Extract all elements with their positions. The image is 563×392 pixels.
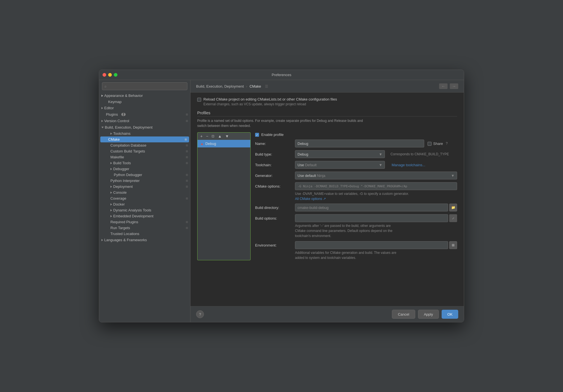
sidebar-item-console[interactable]: Console: [99, 190, 190, 195]
share-label: Share: [433, 142, 443, 146]
sidebar-item-makefile[interactable]: Makefile ⊞: [99, 154, 190, 160]
nav-back-button[interactable]: ←: [439, 83, 448, 89]
cmake-options-input[interactable]: -G Ninja -DCMAKE_BUILD_TYPE=Debug "-DCMA…: [295, 182, 457, 190]
sidebar-label-toolchains: Toolchains: [113, 131, 130, 136]
expand-arrow-icon: [101, 239, 103, 241]
expand-arrow-icon: [110, 192, 112, 194]
sidebar-item-docker[interactable]: Docker: [99, 201, 190, 207]
reload-checkbox[interactable]: [197, 98, 201, 102]
move-up-button[interactable]: ▲: [217, 134, 223, 139]
sidebar-item-debugger[interactable]: Debugger: [99, 166, 190, 172]
profile-list-panel: + − ⊡ ▲ ▼ ▲ Debug: [197, 132, 251, 260]
build-options-section: Build options: ⤢ Arguments after '--' ar…: [255, 214, 457, 238]
breadcrumb: Build, Execution, Deployment › CMake ☰: [196, 84, 268, 88]
minimize-button[interactable]: [108, 73, 112, 77]
reload-sub-label: External changes, such as VCS update, al…: [203, 102, 337, 106]
sidebar-item-toolchains[interactable]: Toolchains: [99, 131, 190, 136]
sidebar-label-docker: Docker: [113, 202, 125, 206]
sidebar-item-coverage[interactable]: Coverage ⊞: [99, 195, 190, 201]
panel-nav: ← →: [439, 83, 458, 89]
sidebar-item-languages-frameworks[interactable]: Languages & Frameworks: [99, 237, 190, 243]
search-box[interactable]: ⌕: [102, 82, 187, 90]
name-label: Name:: [255, 142, 292, 146]
build-dir-input[interactable]: cmake-build-debug: [295, 204, 448, 211]
sidebar-item-custom-build-targets[interactable]: Custom Build Targets ⊞: [99, 148, 190, 154]
expand-arrow-icon: [101, 107, 103, 109]
main-panel: Build, Execution, Deployment › CMake ☰ ←…: [190, 80, 464, 322]
sidebar-item-appearance-behavior[interactable]: Appearance & Behavior: [99, 92, 190, 99]
preferences-window: Preferences ⌕ Appearance & Behavior Keym…: [99, 70, 464, 322]
move-down-button[interactable]: ▼: [224, 134, 230, 139]
sidebar-item-cmake[interactable]: CMake ⊞: [100, 136, 189, 142]
name-input[interactable]: Debug: [295, 140, 424, 147]
ok-button[interactable]: OK: [442, 310, 458, 319]
profile-list-body: ▲ Debug: [197, 140, 251, 260]
cmake-options-link[interactable]: All CMake options ↗: [295, 197, 457, 201]
build-options-row: Build options: ⤢: [255, 214, 457, 222]
maximize-button[interactable]: [114, 73, 117, 77]
sidebar-item-editor[interactable]: Editor: [99, 105, 190, 111]
manage-toolchains-link[interactable]: Manage toolchains...: [392, 163, 425, 167]
remove-profile-button[interactable]: −: [205, 134, 209, 139]
add-profile-button[interactable]: +: [199, 134, 204, 139]
browse-dir-button[interactable]: 📁: [449, 204, 457, 211]
profile-item-debug[interactable]: ▲ Debug: [197, 140, 250, 147]
share-checkbox[interactable]: [428, 142, 432, 146]
cancel-button[interactable]: Cancel: [392, 310, 415, 319]
environment-label: Environment:: [255, 243, 292, 247]
apply-button[interactable]: Apply: [418, 310, 439, 319]
toolchain-dropdown[interactable]: Use Default ▼: [295, 161, 385, 169]
breadcrumb-separator: ›: [246, 84, 247, 88]
generator-dropdown[interactable]: Use default Ninja ▼: [295, 172, 457, 179]
copy-profile-button[interactable]: ⊡: [210, 134, 215, 138]
profiles-section-title: Profiles: [197, 111, 457, 117]
deployment-icon: ⊞: [186, 185, 188, 188]
sidebar-item-python-debugger[interactable]: Python Debugger ⊞: [99, 172, 190, 178]
environment-input[interactable]: [295, 241, 448, 249]
sidebar-item-run-targets[interactable]: Run Targets ⊞: [99, 225, 190, 231]
cmake-options-section: CMake options: -G Ninja -DCMAKE_BUILD_TY…: [255, 182, 457, 201]
dropdown-arrow-icon: ▼: [451, 174, 455, 178]
search-icon: ⌕: [105, 84, 106, 88]
reload-main-label: Reload CMake project on editing CMakeLis…: [203, 97, 337, 101]
enable-profile-checkbox[interactable]: [255, 133, 259, 137]
generator-row: Generator: Use default Ninja ▼: [255, 172, 457, 179]
toolchain-label: Toolchain:: [255, 163, 292, 167]
enable-profile-row: Enable profile: [255, 132, 457, 137]
close-button[interactable]: [103, 73, 106, 77]
help-button[interactable]: ?: [196, 310, 204, 318]
dropdown-arrow-icon: ▼: [379, 152, 382, 156]
sidebar-item-required-plugins[interactable]: Required Plugins ⊞: [99, 219, 190, 225]
sidebar-item-plugins[interactable]: Plugins 2 ⊞: [99, 111, 190, 118]
sidebar-label-compilation-database: Compilation Database: [110, 143, 146, 147]
generator-placeholder-text: Ninja: [317, 174, 325, 178]
sidebar-item-build-tools[interactable]: Build Tools ⊞: [99, 160, 190, 166]
sidebar-item-compilation-database[interactable]: Compilation Database ⊞: [99, 142, 190, 148]
build-type-dropdown[interactable]: Debug ▼: [295, 150, 385, 158]
environment-edit-button[interactable]: ⊞: [449, 241, 457, 249]
sidebar-label-makefile: Makefile: [110, 155, 124, 159]
sidebar-item-python-interpreter[interactable]: Python Interpreter ⊞: [99, 178, 190, 184]
sidebar-item-version-control[interactable]: Version Control ⊞: [99, 118, 190, 124]
nav-forward-button[interactable]: →: [450, 83, 458, 89]
required-plugins-icon: ⊞: [186, 220, 188, 224]
build-options-input[interactable]: [295, 214, 448, 222]
sidebar-item-deployment[interactable]: Deployment ⊞: [99, 184, 190, 190]
sidebar-item-build-execution-deployment[interactable]: Build, Execution, Deployment: [99, 124, 190, 131]
sidebar-label-build-execution: Build, Execution, Deployment: [105, 125, 153, 129]
folder-icon: 📁: [451, 206, 455, 209]
environment-row: Environment: ⊞: [255, 241, 457, 249]
dropdown-arrow-icon: ▼: [379, 163, 382, 167]
sidebar-label-python-debugger: Python Debugger: [114, 173, 142, 177]
sidebar-item-keymap[interactable]: Keymap: [99, 99, 190, 105]
sidebar-item-dynamic-analysis[interactable]: Dynamic Analysis Tools: [99, 207, 190, 213]
sidebar-item-trusted-locations[interactable]: Trusted Locations: [99, 231, 190, 237]
search-input[interactable]: [108, 84, 185, 88]
expand-arrow-icon: [101, 95, 103, 97]
panel-menu-icon[interactable]: ☰: [265, 84, 268, 88]
expand-arrow-icon: [110, 186, 112, 188]
sidebar-item-embedded-development[interactable]: Embedded Development: [99, 213, 190, 219]
generator-label: Generator:: [255, 174, 292, 178]
build-type-row: Build type: Debug ▼ Corresponds to CMAKE…: [255, 150, 457, 158]
build-options-expand-button[interactable]: ⤢: [449, 214, 457, 222]
